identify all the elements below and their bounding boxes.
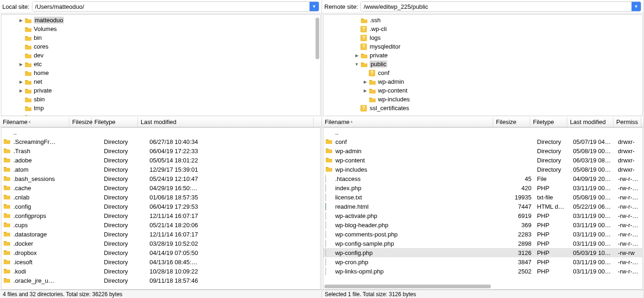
col-filesize[interactable]: Filesize — [69, 117, 92, 127]
remote-path-combo[interactable]: ▼ — [360, 1, 641, 12]
list-row[interactable]: wp-includesDirectory05/08/19 00:…drwxr- — [323, 165, 642, 174]
remote-file-list[interactable]: ..confDirectory05/07/19 04:…drwxr-wp-adm… — [323, 127, 643, 290]
chevron-down-icon[interactable]: ▼ — [632, 2, 641, 11]
list-row[interactable]: wp-links-opml.php2502PHP03/11/19 00:…-rw… — [323, 267, 642, 276]
list-row[interactable]: .oracle_jre_u…Directory09/11/18 18:57:46 — [1, 276, 320, 285]
list-row[interactable]: readme.html7447HTML do…05/22/19 06:…-rw-… — [323, 202, 642, 211]
list-row[interactable]: .htaccess45File04/09/19 20:…-rw-r-… — [323, 174, 642, 183]
list-row[interactable]: wp-blog-header.php369PHP03/11/19 00:…-rw… — [323, 220, 642, 230]
tree-item[interactable]: ?logs — [323, 33, 642, 42]
col-filename[interactable]: Filename∧ — [322, 117, 493, 127]
list-row[interactable]: .icesoftDirectory04/13/16 08:45:… — [1, 257, 320, 267]
h-scrollbar[interactable] — [324, 285, 641, 288]
list-row[interactable]: license.txt19935txt-file05/08/19 00:…-rw… — [323, 192, 642, 202]
cell-type: Directory — [534, 148, 570, 155]
disclose-icon[interactable]: ▶ — [18, 18, 24, 23]
tree-item[interactable]: ▶matteoduo — [1, 16, 320, 25]
col-modified[interactable]: Last modified — [138, 117, 314, 127]
tree-item[interactable]: tmp — [1, 104, 320, 112]
folder-icon — [25, 87, 32, 94]
cell-mod: 03/11/19 00:… — [570, 259, 615, 266]
list-row[interactable]: .dropboxDirectory04/14/19 07:05:50 — [1, 248, 320, 257]
tree-item[interactable]: ?conf — [323, 68, 642, 77]
cell-type: Directory — [101, 203, 147, 210]
disclose-icon[interactable]: ▶ — [362, 80, 368, 84]
tree-item[interactable]: ▶wp-admin — [323, 77, 642, 86]
local-path-input[interactable] — [32, 2, 310, 11]
list-row[interactable]: .configpropsDirectory12/11/14 16:07:17 — [1, 211, 320, 220]
list-row[interactable]: confDirectory05/07/19 04:…drwxr- — [323, 137, 642, 146]
tree-item[interactable]: ▶private — [323, 51, 642, 60]
list-row[interactable]: wp-cron.php3847PHP03/11/19 00:…-rw-r-… — [323, 257, 642, 267]
col-permissions[interactable]: Permiss — [613, 117, 641, 127]
folder-icon — [25, 79, 32, 85]
list-row[interactable]: .ScreamingFr…Directory06/27/18 10:40:34 — [1, 137, 320, 146]
tree-item[interactable]: cores — [1, 42, 320, 51]
list-row[interactable]: .kodiDirectory10/28/18 10:09:22 — [1, 267, 320, 276]
folder-icon — [3, 249, 11, 257]
list-row[interactable]: .cnlabDirectory01/06/18 18:57:35 — [1, 192, 320, 202]
disclose-icon[interactable]: ▼ — [354, 62, 359, 67]
cell-perm: drwxr- — [615, 157, 642, 164]
list-row[interactable]: wp-adminDirectory05/08/19 00:…drwxr- — [323, 146, 642, 155]
local-path-combo[interactable]: ▼ — [32, 1, 319, 12]
tree-item[interactable]: home — [1, 68, 320, 77]
tree-item[interactable]: dev — [1, 51, 320, 60]
list-row[interactable]: .adobeDirectory05/05/14 18:01:22 — [1, 155, 320, 165]
list-row[interactable]: .datastorageDirectory12/11/14 16:07:17 — [1, 230, 320, 239]
list-row[interactable]: .cacheDirectory04/29/19 16:50:… — [1, 183, 320, 192]
disclose-icon[interactable]: ▶ — [18, 62, 24, 67]
list-row[interactable]: index.php420PHP03/11/19 00:…-rw-r-… — [323, 183, 642, 192]
tree-item[interactable]: Volumes — [1, 25, 320, 33]
tree-item[interactable]: ▶usr — [1, 112, 320, 116]
col-filetype[interactable]: Filetype — [530, 117, 567, 127]
local-file-list[interactable]: ...ScreamingFr…Directory06/27/18 10:40:3… — [1, 127, 321, 290]
remote-path-input[interactable] — [361, 2, 632, 11]
tree-item[interactable]: ?.wp-cli — [323, 25, 642, 33]
list-row[interactable]: wp-contentDirectory06/03/19 08:…drwxr- — [323, 155, 642, 165]
scrollbar-thumb[interactable] — [316, 18, 319, 59]
list-row[interactable]: .. — [323, 128, 642, 137]
col-filesize[interactable]: Filesize — [493, 117, 530, 127]
local-tree[interactable]: ▶matteoduoVolumesbincoresdev▶etchome▶net… — [1, 14, 321, 116]
col-filename[interactable]: Filename∧ — [0, 117, 69, 127]
scrollbar-thumb[interactable] — [324, 285, 491, 288]
list-row[interactable]: wp-config.php3126PHP05/03/19 10:…-rw-rw — [323, 248, 642, 257]
list-row[interactable]: .configDirectory06/04/19 17:29:53 — [1, 202, 320, 211]
cell-type: Directory — [101, 277, 147, 284]
tree-item[interactable]: sbin — [1, 95, 320, 104]
tree-item[interactable]: ▼public — [323, 60, 642, 68]
list-row[interactable]: wp-activate.php6919PHP03/11/19 00:…-rw-r… — [323, 211, 642, 220]
chevron-down-icon[interactable]: ▼ — [310, 2, 319, 11]
tree-item[interactable]: ?ssl_certificates — [323, 104, 642, 112]
tree-item[interactable]: ▶wp-content — [323, 86, 642, 95]
cell-mod: 04/13/16 08:45:… — [147, 259, 320, 266]
list-row[interactable]: .. — [1, 128, 320, 137]
list-row[interactable]: .TrashDirectory06/04/19 17:22:33 — [1, 146, 320, 155]
list-row[interactable]: .cupsDirectory05/21/14 18:20:06 — [1, 220, 320, 230]
tree-item[interactable]: ▶private — [1, 86, 320, 95]
folder-icon — [3, 175, 11, 183]
disclose-icon[interactable]: ▶ — [18, 88, 24, 93]
tree-item[interactable]: .ssh — [323, 16, 642, 25]
tree-item[interactable]: wp-includes — [323, 95, 642, 104]
col-modified[interactable]: Last modified — [567, 117, 613, 127]
remote-tree[interactable]: .ssh?.wp-cli?logs?mysqleditor▶private▼pu… — [323, 14, 643, 116]
list-row[interactable]: .bash_sessionsDirectory05/24/19 12:10:47 — [1, 174, 320, 183]
tree-item[interactable]: ?mysqleditor — [323, 42, 642, 51]
disclose-icon[interactable]: ▶ — [18, 80, 24, 84]
disclose-icon[interactable]: ▶ — [354, 53, 359, 58]
list-row[interactable]: .dockerDirectory03/28/19 10:52:02 — [1, 239, 320, 248]
col-filetype[interactable]: Filetype — [92, 117, 138, 127]
list-row[interactable]: .atomDirectory12/29/17 15:39:01 — [1, 165, 320, 174]
cell-size: 2283 — [498, 231, 534, 238]
file-icon — [325, 185, 326, 192]
list-row[interactable]: wp-config-sample.php2898PHP03/11/19 00:…… — [323, 239, 642, 248]
disclose-icon[interactable]: ▶ — [362, 88, 368, 93]
disclose-icon[interactable]: ▶ — [18, 115, 24, 117]
list-row[interactable]: wp-comments-post.php2283PHP03/11/19 00:…… — [323, 230, 642, 239]
tree-item[interactable]: ▶etc — [1, 60, 320, 68]
tree-item[interactable]: ▶net — [1, 77, 320, 86]
unknown-folder-icon: ? — [360, 26, 368, 32]
tree-item[interactable]: bin — [1, 33, 320, 42]
